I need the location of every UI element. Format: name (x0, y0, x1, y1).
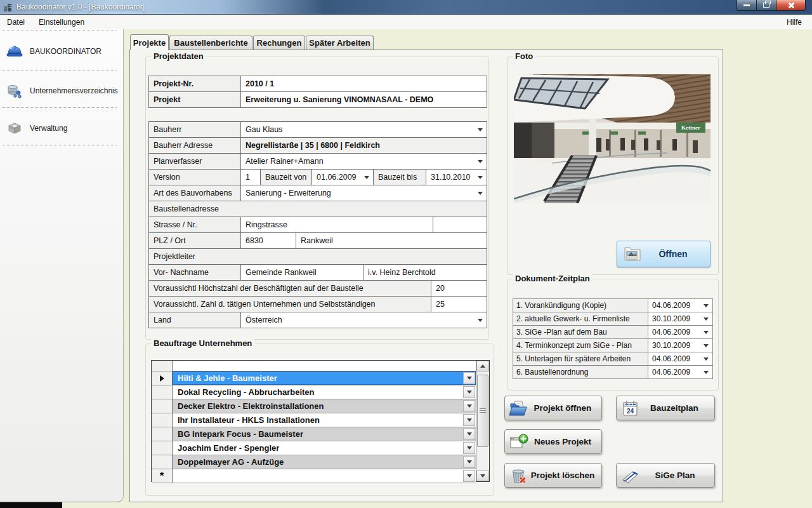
menu-einstellungen[interactable]: Einstellungen (32, 15, 91, 29)
neues-projekt-label: Neues Projekt (529, 437, 601, 446)
company-row[interactable]: Decker Elektro - Elektroinstallationen (152, 399, 476, 413)
scrollbar-up-button[interactable] (476, 361, 489, 371)
grid-row-selector[interactable] (152, 455, 173, 469)
grid-row-selector[interactable] (152, 413, 173, 427)
grid-row-selector[interactable] (152, 385, 173, 399)
sidebar-item-verwaltung[interactable]: Verwaltung (6, 119, 67, 138)
company-dropdown[interactable]: Doppelmayer AG - Aufzüge (173, 455, 476, 469)
dropdown-arrow-icon[interactable] (704, 304, 709, 307)
projekt-field[interactable]: Erweiterung u. Sanierung VINOMNASAAL - D… (240, 91, 487, 108)
company-dropdown[interactable]: BG Intepark Focus - Baumeister (173, 427, 476, 441)
dropdown-arrow-icon[interactable] (478, 128, 483, 131)
version-field[interactable]: 1 (240, 169, 261, 185)
company-row[interactable]: Ihr Installateur - HKLS Installationen (152, 413, 476, 427)
title-bar[interactable]: Baukoodinator v1.0 - [Baukoordinator] (0, 0, 812, 15)
dropdown-button[interactable] (463, 414, 475, 426)
grid-row-selector[interactable] (152, 441, 173, 455)
hausnummer-field[interactable] (433, 217, 487, 233)
zeitplan-date-dropdown[interactable]: 30.10.2009 (648, 338, 713, 352)
company-row[interactable]: Doppelmayer AG - Aufzüge (152, 455, 476, 469)
dropdown-arrow-icon[interactable] (704, 344, 709, 347)
company-row[interactable]: Joachim Ender - Spengler (152, 441, 476, 455)
dropdown-arrow-icon[interactable] (478, 192, 483, 195)
zeitplan-date-dropdown[interactable]: 04.06.2009 (648, 365, 713, 379)
grid-row-selector[interactable] (152, 399, 173, 413)
company-new-row[interactable]: * (152, 469, 476, 483)
dropdown-arrow-icon (467, 418, 472, 422)
plz-field[interactable]: 6830 (240, 232, 296, 249)
dropdown-arrow-icon[interactable] (478, 319, 483, 322)
ort-field[interactable]: Rankweil (296, 232, 487, 249)
tab-spaeter-arbeiten[interactable]: Später Arbeiten (306, 36, 374, 50)
dropdown-button[interactable] (463, 386, 475, 398)
dropdown-button[interactable] (463, 456, 475, 468)
company-dropdown[interactable]: Ihr Installateur - HKLS Installationen (173, 413, 476, 427)
menu-hilfe[interactable]: Hilfe (782, 15, 807, 29)
sidebar-item-unternehmensverzeichnis[interactable]: Unternehmensverzeichnis (6, 81, 118, 100)
hoechstzahl-field[interactable]: 20 (431, 280, 487, 297)
company-name: Ihr Installateur - HKLS Installationen (178, 415, 320, 425)
zahl-unternehmen-field[interactable]: 25 (431, 296, 487, 312)
dropdown-button[interactable] (463, 442, 475, 454)
projekt-nr-field[interactable]: 2010 / 1 (240, 76, 487, 92)
zeitplan-date-dropdown[interactable]: 30.10.2009 (648, 312, 713, 326)
dropdown-arrow-icon[interactable] (478, 160, 483, 163)
tab-rechungen[interactable]: Rechungen (253, 36, 305, 50)
planverfasser-dropdown[interactable]: Atelier Rainer+Amann (240, 153, 487, 170)
close-button[interactable] (776, 0, 806, 11)
scrollbar-thumb[interactable] (477, 375, 488, 447)
dropdown-button[interactable] (463, 372, 475, 384)
company-dropdown[interactable]: Decker Elektro - Elektroinstallationen (173, 399, 476, 413)
calendar-day-number: 24 (627, 407, 634, 414)
company-row[interactable]: Hilti & Jehle - Baumeister (152, 371, 476, 385)
bauzeit-bis-dropdown[interactable]: 31.10.2010 (426, 169, 487, 185)
sige-plan-button[interactable]: SiGe Plan (616, 463, 715, 488)
zeitplan-date-dropdown[interactable]: 04.06.2009 (648, 352, 713, 366)
nachname-field[interactable]: i.v. Heinz Berchtold (363, 264, 487, 281)
dropdown-arrow-icon[interactable] (704, 331, 709, 334)
dropdown-button[interactable] (463, 470, 475, 482)
dropdown-arrow-icon (467, 474, 472, 478)
bauherr-value: Gau Klaus (246, 125, 282, 134)
zeitplan-row: 6. Baustellenordnung 04.06.2009 (513, 365, 713, 379)
dropdown-arrow-icon[interactable] (704, 318, 709, 321)
grid-row-selector[interactable] (152, 371, 173, 385)
projekt-oeffnen-button[interactable]: Projekt öffnen (504, 396, 602, 420)
strasse-field[interactable]: Ringstrasse (240, 217, 433, 233)
zeitplan-date-dropdown[interactable]: 04.06.2009 (648, 325, 713, 339)
bauzeit-von-dropdown[interactable]: 01.06.2009 (311, 169, 374, 185)
company-dropdown-empty[interactable] (173, 469, 476, 483)
zeitplan-rows: 1. Vorankündigung (Kopie) 04.06.2009 2. … (513, 298, 713, 379)
company-dropdown[interactable]: Joachim Ender - Spengler (173, 441, 476, 455)
dropdown-arrow-icon[interactable] (704, 358, 709, 361)
dropdown-arrow-icon[interactable] (478, 176, 483, 179)
dropdown-arrow-icon[interactable] (364, 176, 369, 179)
dropdown-button[interactable] (463, 428, 475, 440)
vorname-field[interactable]: Gemeinde Rankweil (240, 264, 363, 281)
projekt-loeschen-button[interactable]: Projekt löschen (504, 463, 602, 488)
zeitplan-date-dropdown[interactable]: 04.06.2009 (648, 298, 713, 312)
company-row[interactable]: Dokal Recycling - Abbrucharbeiten (152, 385, 476, 399)
foto-oeffnen-button[interactable]: Öffnen (617, 241, 710, 267)
minimize-button[interactable] (737, 0, 757, 11)
land-dropdown[interactable]: Österreich (240, 312, 487, 328)
grid-row-selector[interactable] (152, 427, 173, 441)
bauzeitplan-button[interactable]: 24 Bauzeitplan (616, 396, 715, 420)
grid-row-selector[interactable]: * (152, 469, 173, 483)
company-row[interactable]: BG Intepark Focus - Baumeister (152, 427, 476, 441)
grid-scrollbar[interactable] (476, 361, 489, 481)
neues-projekt-button[interactable]: Neues Projekt (504, 429, 602, 454)
menu-datei[interactable]: Datei (0, 15, 32, 29)
art-dropdown[interactable]: Sanierung - Erweiterung (240, 185, 487, 201)
restore-button[interactable] (756, 0, 776, 11)
tab-baustellenberichte[interactable]: Baustellenberichte (169, 36, 252, 50)
company-dropdown[interactable]: Dokal Recycling - Abbrucharbeiten (173, 385, 476, 399)
company-dropdown[interactable]: Hilti & Jehle - Baumeister (173, 371, 476, 385)
dropdown-button[interactable] (463, 400, 475, 412)
scrollbar-down-button[interactable] (476, 471, 489, 481)
bauherr-dropdown[interactable]: Gau Klaus (240, 121, 487, 138)
dropdown-arrow-icon[interactable] (704, 371, 709, 374)
sidebar-item-baukoordinator[interactable]: BAUKOORDINATOR (6, 42, 102, 61)
planverfasser-value: Atelier Rainer+Amann (246, 157, 324, 166)
tab-projekte[interactable]: Projekte (130, 34, 169, 50)
